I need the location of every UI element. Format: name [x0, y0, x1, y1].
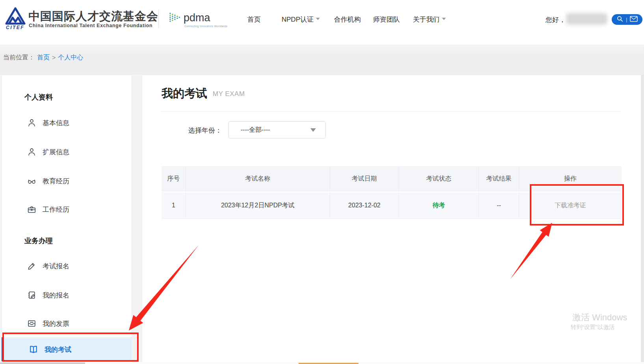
sidebar-active-bar: [2, 337, 4, 361]
sidebar-item-label: 我的考试: [45, 345, 71, 354]
sidebar-item-basic-info[interactable]: 基本信息: [27, 118, 69, 128]
citef-badge-text: CITEF: [6, 25, 24, 30]
sidebar-item-extended-info[interactable]: 扩展信息: [27, 147, 69, 157]
breadcrumb: 当前位置： 首页 > 个人中心: [3, 54, 83, 62]
year-select[interactable]: ----全部----: [228, 121, 326, 139]
nav-about[interactable]: 关于我们: [413, 15, 440, 24]
sidebar-item-my-exam[interactable]: 我的考试: [28, 344, 71, 355]
user-icon: [27, 147, 37, 157]
col-header-status: 考试状态: [399, 166, 479, 192]
breadcrumb-label: 当前位置：: [3, 54, 35, 62]
col-header-name: 考试名称: [186, 166, 330, 192]
chevron-down-icon[interactable]: [442, 18, 446, 20]
user-greeting: 您好，: [546, 15, 566, 24]
status-badge: 待考: [432, 201, 445, 210]
sidebar-item-label: 教育经历: [43, 177, 69, 186]
page-title: 我的考试: [161, 86, 207, 102]
bottom-strip-tan: [0, 362, 85, 364]
nav-home[interactable]: 首页: [247, 15, 261, 24]
scrollbar-track[interactable]: [641, 75, 644, 364]
exam-table-header: 序号 考试名称 考试日期 考试状态 考试结果 操作: [161, 166, 622, 192]
cell-exam-date: 2023-12-02: [330, 192, 399, 218]
main-panel: [142, 75, 641, 364]
breadcrumb-band: [0, 44, 644, 75]
page-title-en: MY EXAM: [213, 90, 245, 98]
header-divider: [158, 10, 159, 28]
col-header-result: 考试结果: [479, 166, 519, 192]
briefcase-icon: [27, 205, 37, 214]
cell-result: --: [479, 192, 519, 218]
breadcrumb-home-link[interactable]: 首页: [37, 54, 50, 62]
col-header-index: 序号: [161, 166, 186, 192]
sidebar-item-education[interactable]: 教育经历: [27, 176, 69, 186]
search-mail-button[interactable]: |: [612, 14, 642, 25]
pdma-tagline: Connecting Innovators Worldwide: [184, 25, 227, 28]
pdma-logo-icon: [168, 10, 182, 28]
sidebar-item-label: 我的发票: [43, 319, 69, 328]
col-header-date: 考试日期: [330, 166, 399, 192]
sidebar-item-label: 考试报名: [43, 262, 69, 271]
page: CITEF 中国国际人才交流基金会 China International Ta…: [0, 0, 644, 364]
site-title: 中国国际人才交流基金会: [28, 9, 158, 24]
sidebar-item-my-registration[interactable]: 我的报名: [27, 290, 69, 300]
mail-icon[interactable]: [630, 16, 638, 24]
citef-logo-icon: CITEF: [4, 7, 27, 30]
chevron-down-icon[interactable]: [316, 18, 320, 20]
sidebar-item-label: 扩展信息: [43, 148, 69, 157]
glasses-icon: [27, 176, 37, 186]
breadcrumb-separator: >: [52, 54, 56, 61]
cell-exam-name: 2023年12月2日NPDP考试: [186, 192, 330, 218]
sidebar-section-business: 业务办理: [24, 236, 53, 246]
breadcrumb-current-link[interactable]: 个人中心: [58, 54, 83, 62]
windows-activation-watermark: 激活 Windows: [572, 312, 627, 323]
download-admission-ticket-link[interactable]: 下载准考证: [555, 201, 586, 210]
cell-index: 1: [161, 192, 186, 218]
nav-npdp[interactable]: NPDP认证: [282, 15, 314, 24]
dropdown-arrow-icon: [310, 128, 316, 132]
book-icon: [28, 344, 39, 355]
year-select-value: ----全部----: [241, 126, 270, 134]
user-icon: [27, 118, 37, 128]
year-filter-label: 选择年份：: [188, 126, 222, 135]
sidebar-item-label: 我的报名: [43, 291, 69, 300]
invoice-icon: [27, 319, 37, 329]
sidebar-section-profile: 个人资料: [24, 92, 53, 102]
search-icon[interactable]: [616, 15, 624, 24]
user-name-redacted: [566, 13, 607, 25]
form-icon: [27, 290, 37, 300]
sidebar-item-label: 基本信息: [43, 118, 69, 127]
button-divider: |: [626, 17, 627, 22]
sidebar-item-exam-registration[interactable]: 考试报名: [27, 261, 69, 271]
nav-faculty[interactable]: 师资团队: [373, 15, 400, 24]
nav-partners[interactable]: 合作机构: [334, 15, 361, 24]
sidebar-item-work[interactable]: 工作经历: [27, 205, 69, 214]
title-divider: [161, 111, 622, 112]
table-row: 1 2023年12月2日NPDP考试 2023-12-02 待考 -- 下载准考…: [161, 192, 622, 219]
sidebar-item-label: 工作经历: [43, 205, 69, 214]
sidebar-item-my-invoice[interactable]: 我的发票: [27, 319, 69, 329]
windows-activation-hint: 转到“设置”以激活: [571, 323, 614, 331]
pencil-icon: [27, 261, 37, 271]
site-subtitle: China International Talent Exchange Foun…: [29, 23, 152, 28]
pdma-name: pdma: [184, 12, 210, 24]
col-header-action: 操作: [519, 166, 622, 192]
